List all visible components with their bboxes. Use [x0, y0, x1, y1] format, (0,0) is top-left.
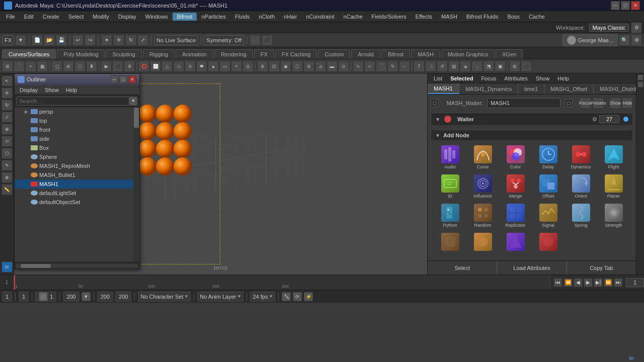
no-anim-layer-dropdown[interactable]: No Anim Layer ▼ [197, 292, 244, 302]
ti-diamond-tool[interactable]: ◇ [173, 61, 184, 72]
node-extra1[interactable] [434, 231, 466, 254]
outliner-scrollbar[interactable] [133, 107, 139, 262]
ti-sphere2-tool[interactable]: ◎ [243, 61, 254, 72]
ti-nurbs-torus[interactable]: ⊙ [338, 61, 349, 72]
outliner-item-box[interactable]: Box [15, 143, 139, 152]
menu-mash[interactable]: MASH [437, 13, 461, 21]
go-end-btn[interactable]: ⏭ [614, 278, 623, 287]
presets-button[interactable]: Presets [593, 98, 604, 109]
focus-button[interactable]: Focus [580, 98, 591, 109]
waiter-toggle-right[interactable]: □ [565, 99, 573, 107]
ti-render-settings[interactable]: ▶ [101, 61, 112, 72]
prev-frame-btn[interactable]: ◀ [574, 278, 583, 287]
left-scale-btn[interactable]: ⤢ [2, 112, 13, 123]
outliner-maximize-btn[interactable]: □ [119, 75, 127, 83]
left-paint-btn[interactable]: ✎ [2, 160, 13, 171]
outliner-item-mash1[interactable]: MASH1 [15, 179, 139, 189]
left-select-btn[interactable]: ↖ [2, 75, 13, 86]
ti-cone-tool[interactable]: ▲ [208, 61, 219, 72]
outliner-item-top[interactable]: top [15, 116, 139, 125]
node-replicator[interactable]: Replicator [500, 202, 531, 230]
left-mash-icon-btn[interactable]: M [2, 261, 13, 273]
outliner-show-menu[interactable]: Show [42, 86, 62, 94]
render-btn[interactable]: ⬛ [262, 35, 273, 46]
tab-fx-caching[interactable]: FX Caching [275, 49, 317, 59]
outliner-search-dropdown-btn[interactable]: ▼ [129, 97, 137, 106]
menu-nhair[interactable]: nHair [280, 13, 301, 21]
node-curve[interactable]: Curve [467, 143, 499, 171]
mash-selected-btn[interactable]: Selected [447, 74, 476, 82]
ti-highlight[interactable]: ⬛ [521, 61, 532, 72]
undo-btn[interactable]: ↩ [72, 35, 84, 46]
timeline-track[interactable]: 1 50 100 150 200 [14, 275, 550, 290]
ti-square[interactable]: ⬜ [150, 61, 161, 72]
node-flight[interactable]: Flight [598, 143, 629, 171]
copy-tab-btn[interactable]: Copy Tab [567, 261, 636, 275]
menu-bifrost[interactable]: Bifrost [173, 13, 196, 21]
outliner-hscrollbar[interactable] [15, 262, 139, 269]
ti-planar[interactable]: ▤ [448, 61, 459, 72]
ti-bevel-plus[interactable]: ⬙ [460, 61, 471, 72]
ti-sculpt[interactable]: ♜ [86, 61, 97, 72]
tab-arnold[interactable]: Arnold [351, 49, 380, 59]
outliner-item-bullet1[interactable]: MASH_Bullet1 [15, 170, 139, 179]
ti-ep-curve[interactable]: ∿ [353, 61, 364, 72]
add-node-header[interactable]: ▼ Add Node [431, 130, 632, 140]
ti-snap-grid[interactable]: ⊞ [2, 61, 13, 72]
new-scene-btn[interactable]: 📄 [32, 35, 43, 46]
node-color[interactable]: Color [500, 143, 531, 171]
open-btn[interactable]: 📂 [44, 35, 55, 46]
ti-arc-tool[interactable]: ⌒ [376, 61, 387, 72]
node-audio[interactable]: Audio [434, 143, 466, 171]
ti-triangle-tool[interactable]: △ [162, 61, 173, 72]
step-fwd-btn[interactable]: ⏩ [604, 278, 613, 287]
menu-windows[interactable]: Windows [141, 13, 172, 21]
menu-boss[interactable]: Boss [503, 13, 523, 21]
menu-nparticles[interactable]: nParticles [198, 13, 230, 21]
fps-dropdown[interactable]: 24 fps ▼ [250, 292, 275, 302]
workspace-dropdown[interactable]: Maya Classic [589, 24, 629, 32]
ti-render-view[interactable]: ⬛ [112, 61, 123, 72]
outliner-item-sphere[interactable]: Sphere [15, 152, 139, 161]
outliner-minimize-btn[interactable]: ─ [110, 75, 118, 83]
go-start-btn[interactable]: ⏮ [553, 278, 562, 287]
left-universal-btn[interactable]: ⊕ [2, 124, 13, 135]
node-id[interactable]: ID [434, 172, 466, 201]
settings-toolbar-btn[interactable]: ⚙ [631, 35, 642, 46]
mash-show-btn[interactable]: Show [533, 74, 553, 82]
menu-edit[interactable]: Edit [20, 13, 38, 21]
ti-boundary[interactable]: ⬔ [483, 61, 494, 72]
menu-display[interactable]: Display [114, 13, 140, 21]
ti-nurbs-plane[interactable]: ▬ [327, 61, 338, 72]
menu-ncache[interactable]: nCache [340, 13, 367, 21]
ti-selection-mask[interactable]: ◻ [51, 61, 62, 72]
left-rotate-btn[interactable]: ↻ [2, 100, 13, 111]
node-merge[interactable]: Merge [500, 172, 531, 201]
current-frame-input[interactable] [626, 278, 644, 287]
tab-fx[interactable]: FX [254, 49, 274, 59]
show-attr-btn[interactable]: Show [610, 98, 621, 109]
menu-fluids[interactable]: Fluids [231, 13, 254, 21]
status-coord-2[interactable]: 200 [115, 292, 131, 302]
ti-paint[interactable]: ⬡ [74, 61, 86, 72]
outliner-display-menu[interactable]: Display [17, 86, 41, 94]
workspace-settings-button[interactable]: ⚙ [631, 22, 642, 33]
node-random[interactable]: Random [467, 202, 499, 230]
ti-cylinder-tool[interactable]: ⬬ [196, 61, 207, 72]
george-profile-button[interactable]: George Mae... [562, 34, 618, 46]
status-dropdown-icon[interactable]: ▼ [82, 292, 91, 301]
outliner-item-persp[interactable]: ▶ persp [15, 107, 139, 116]
scale-tool-btn[interactable]: ⤢ [137, 35, 148, 46]
status-icon-3[interactable]: ⚡ [304, 292, 313, 301]
status-frame-end[interactable]: 200 [63, 292, 79, 302]
ti-circle[interactable]: ⭕ [138, 61, 149, 72]
menu-cache[interactable]: Cache [525, 13, 549, 21]
tab-rendering[interactable]: Rendering [214, 49, 253, 59]
tab-motion-graphics[interactable]: Motion Graphics [441, 49, 495, 59]
mash-tab-dynamics[interactable]: MASH1_Dynamics [459, 83, 518, 94]
node-offset[interactable]: Offset [532, 172, 564, 201]
close-button[interactable]: ✕ [631, 1, 640, 10]
no-char-set-dropdown[interactable]: No Character Set ▼ [138, 292, 191, 302]
node-dynamics[interactable]: Dynamics [565, 143, 597, 171]
node-extra3[interactable] [500, 231, 531, 254]
